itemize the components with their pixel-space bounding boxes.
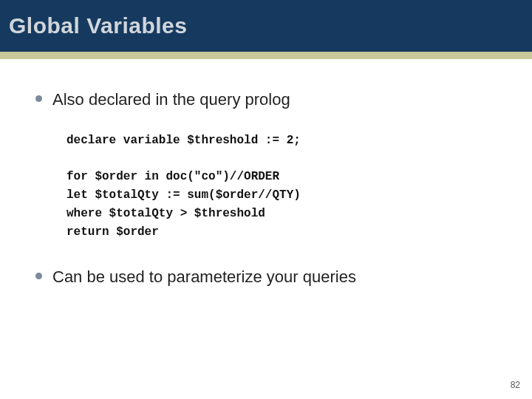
accent-band (0, 52, 532, 59)
code-line: for $order in doc("co")//ORDER (66, 170, 279, 183)
code-line: declare variable $threshold := 2; (66, 134, 301, 147)
bullet-item: Can be used to parameterize your queries (35, 266, 514, 288)
bullet-item: Also declared in the query prolog (35, 89, 514, 111)
bullet-icon (35, 273, 42, 279)
slide: Global Variables Also declared in the qu… (0, 0, 532, 399)
bullet-text: Also declared in the query prolog (52, 89, 290, 111)
slide-content: Also declared in the query prolog declar… (0, 59, 532, 288)
bullet-text: Can be used to parameterize your queries (52, 266, 356, 288)
code-block: declare variable $threshold := 2; for $o… (66, 132, 514, 242)
bullet-icon (35, 95, 42, 102)
code-line: return $order (66, 225, 159, 239)
code-line: let $totalQty := sum($order//QTY) (66, 188, 301, 202)
code-line: where $totalQty > $threshold (66, 207, 265, 220)
slide-number: 82 (511, 380, 520, 390)
title-band: Global Variables (0, 0, 532, 52)
slide-title: Global Variables (9, 13, 187, 38)
